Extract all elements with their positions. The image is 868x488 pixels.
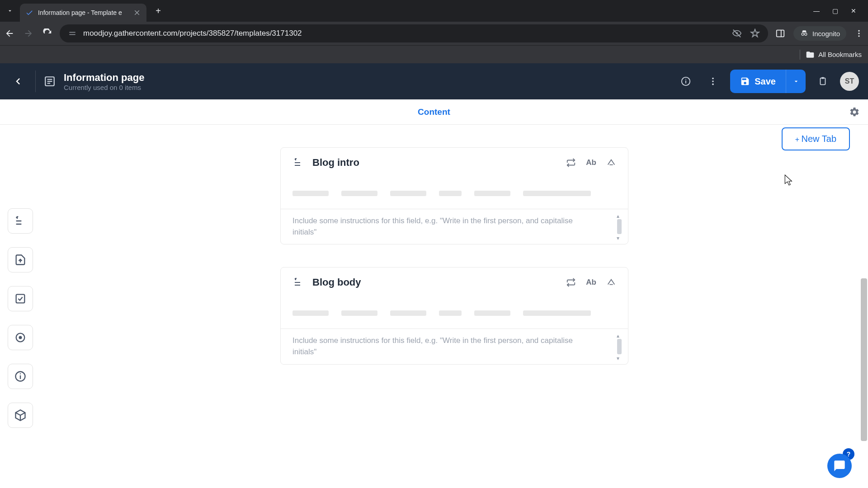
field-body[interactable] xyxy=(281,178,628,209)
all-bookmarks-button[interactable]: All Bookmarks xyxy=(806,50,862,59)
page-subtitle: Currently used on 0 items xyxy=(64,84,144,91)
browser-chrome: Information page - Template e + — ▢ ✕ mo… xyxy=(0,0,868,63)
svg-rect-19 xyxy=(821,77,824,79)
settings-button[interactable] xyxy=(849,107,860,117)
scroll-down-icon[interactable]: ▾ xyxy=(617,235,622,240)
folder-icon xyxy=(806,50,815,59)
textarea-scroll-handles: ▴ ▾ xyxy=(615,213,623,240)
tool-checkbox-field[interactable] xyxy=(8,286,33,311)
svg-rect-20 xyxy=(16,295,25,303)
field-actions: Ab xyxy=(566,277,616,287)
page-title-group: Information page Currently used on 0 ite… xyxy=(64,72,144,91)
repeat-icon[interactable] xyxy=(566,277,576,287)
scroll-thumb[interactable] xyxy=(861,278,867,441)
tool-component-field[interactable] xyxy=(8,403,33,428)
tool-radio-field[interactable] xyxy=(8,325,33,350)
new-tab-label: New Tab xyxy=(802,134,836,144)
browser-toolbar: moodjoy.gathercontent.com/projects/38582… xyxy=(0,22,868,45)
scroll-up-icon[interactable]: ▴ xyxy=(617,333,622,338)
svg-rect-1 xyxy=(777,30,784,37)
repeat-icon[interactable] xyxy=(566,158,576,168)
info-button[interactable] xyxy=(676,71,696,91)
window-controls: — ▢ ✕ xyxy=(813,7,864,14)
svg-point-3 xyxy=(802,33,804,35)
all-bookmarks-label: All Bookmarks xyxy=(818,51,862,58)
favicon-icon xyxy=(25,9,33,17)
new-tab-button[interactable]: + New Tab xyxy=(782,127,850,150)
field-instructions[interactable]: Include some instructions for this field… xyxy=(281,328,628,364)
tab-content[interactable]: Content xyxy=(418,107,450,117)
save-icon xyxy=(740,76,750,86)
skeleton-placeholder xyxy=(292,191,616,196)
svg-point-6 xyxy=(858,33,859,34)
chat-icon xyxy=(833,460,846,472)
back-button[interactable] xyxy=(9,72,27,90)
scroll-up-icon[interactable]: ▴ xyxy=(617,213,622,218)
forward-icon[interactable] xyxy=(24,28,33,38)
tool-attachment-field[interactable] xyxy=(8,247,33,272)
svg-point-4 xyxy=(805,33,807,35)
new-browser-tab-button[interactable]: + xyxy=(151,4,165,18)
field-card[interactable]: Blog intro Ab Include some ins xyxy=(280,147,628,244)
field-title[interactable]: Blog intro xyxy=(312,157,557,169)
chevron-down-icon xyxy=(793,78,800,85)
address-bar[interactable]: moodjoy.gathercontent.com/projects/38582… xyxy=(60,24,768,42)
minimize-icon[interactable]: — xyxy=(813,7,820,14)
template-icon xyxy=(44,75,56,87)
radio-icon xyxy=(14,331,27,344)
site-settings-icon[interactable] xyxy=(68,29,77,38)
reload-icon[interactable] xyxy=(42,28,52,38)
text-field-icon xyxy=(292,157,303,168)
incognito-icon xyxy=(800,29,809,38)
scroll-thumb[interactable] xyxy=(617,339,622,354)
close-window-icon[interactable]: ✕ xyxy=(851,7,856,14)
content-tab-bar: Content xyxy=(0,99,868,125)
star-icon[interactable] xyxy=(750,28,760,38)
tool-text-field[interactable] xyxy=(8,208,33,234)
save-dropdown-button[interactable] xyxy=(786,70,806,93)
clipboard-button[interactable] xyxy=(813,71,833,91)
divider xyxy=(800,50,800,60)
svg-point-14 xyxy=(685,79,686,80)
canvas[interactable]: Blog intro Ab Include some ins xyxy=(41,125,868,488)
more-vertical-icon xyxy=(708,76,718,86)
incognito-badge[interactable]: Incognito xyxy=(793,26,846,41)
field-title[interactable]: Blog body xyxy=(312,277,557,288)
field-instructions[interactable]: Include some instructions for this field… xyxy=(281,209,628,244)
eye-off-icon[interactable] xyxy=(732,28,742,38)
svg-point-5 xyxy=(858,30,859,32)
field-body[interactable] xyxy=(281,298,628,328)
save-button[interactable]: Save xyxy=(730,70,786,93)
field-card[interactable]: Blog body Ab Include some inst xyxy=(280,267,628,364)
menu-dots-icon[interactable] xyxy=(854,29,863,38)
cube-icon xyxy=(14,409,27,422)
share-icon[interactable] xyxy=(606,277,616,287)
close-icon[interactable] xyxy=(133,9,141,17)
tab-title: Information page - Template e xyxy=(38,9,128,16)
save-label: Save xyxy=(755,76,776,87)
svg-point-22 xyxy=(19,336,22,339)
main-area: Blog intro Ab Include some ins xyxy=(0,125,868,488)
back-icon[interactable] xyxy=(5,28,14,38)
skeleton-placeholder xyxy=(292,310,616,316)
bookmarks-bar: All Bookmarks xyxy=(0,45,868,63)
field-format-button[interactable]: Ab xyxy=(586,278,596,287)
field-format-button[interactable]: Ab xyxy=(586,158,596,167)
maximize-icon[interactable]: ▢ xyxy=(832,7,838,14)
page-title: Information page xyxy=(64,72,144,84)
help-chat-button[interactable] xyxy=(827,454,852,478)
field-header: Blog body Ab xyxy=(281,267,628,298)
avatar[interactable]: ST xyxy=(840,72,859,91)
more-menu-button[interactable] xyxy=(703,71,723,91)
tab-search-dropdown[interactable] xyxy=(4,5,16,17)
svg-point-7 xyxy=(858,35,859,37)
instructions-placeholder: Include some instructions for this field… xyxy=(292,216,582,238)
scroll-thumb[interactable] xyxy=(617,219,622,234)
browser-tab[interactable]: Information page - Template e xyxy=(20,4,146,22)
page-scrollbar[interactable] xyxy=(859,125,868,488)
side-panel-icon[interactable] xyxy=(775,28,785,38)
tool-guideline-field[interactable] xyxy=(8,364,33,389)
share-icon[interactable] xyxy=(606,158,616,168)
svg-point-25 xyxy=(20,373,21,374)
scroll-down-icon[interactable]: ▾ xyxy=(617,355,622,361)
